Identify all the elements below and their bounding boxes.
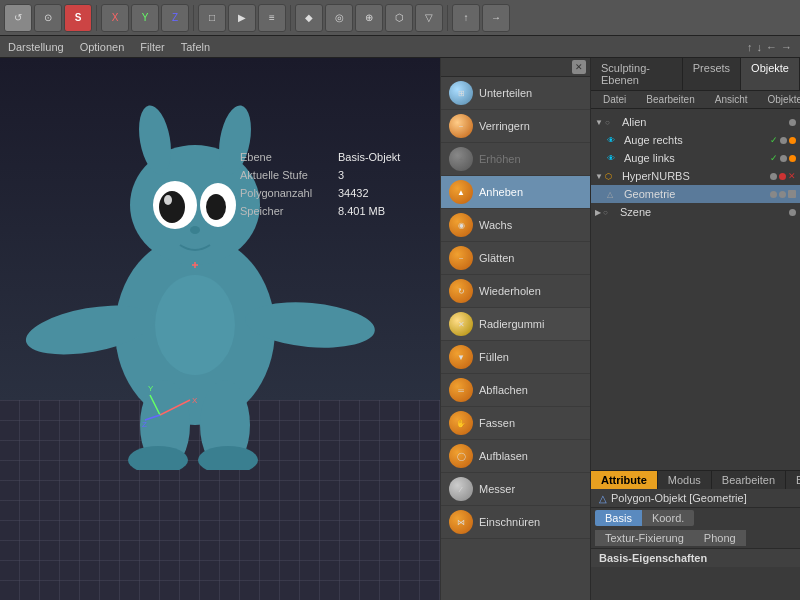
attr-object-name: △ Polygon-Objekt [Geometrie] [591,489,800,508]
toolbar-tri[interactable]: ▽ [415,4,443,32]
menu-optionen[interactable]: Optionen [80,41,125,53]
verringern-icon: − [449,114,473,138]
attr-tab-bearbeiten[interactable]: Bearbeiten [712,471,786,489]
toolbar-grid[interactable]: ≡ [258,4,286,32]
tools-panel-close[interactable]: ✕ [572,60,586,74]
tab-objekte[interactable]: Objekte [741,58,800,90]
toolbar-x[interactable]: X [101,4,129,32]
tab-presets[interactable]: Presets [683,58,741,90]
svg-point-8 [164,195,172,205]
tree-item-hypernurbs[interactable]: ▼ ⬡ HyperNURBS ✕ [591,167,800,185]
dot3 [789,137,796,144]
square-dot [788,190,796,198]
viewport[interactable]: Ebene Basis-Objekt Aktuelle Stufe 3 Poly… [0,58,440,600]
glatten-icon: ~ [449,246,473,270]
tree-item-alien[interactable]: ▼ ○ Alien [591,113,800,131]
svg-point-15 [155,275,235,375]
sub-datei[interactable]: Datei [595,93,634,106]
tool-abflachen[interactable]: ═ Abflachen [441,374,590,407]
attr-panel: Attribute Modus Bearbeiten Benutzer △ Po… [591,470,800,600]
coord-tab[interactable]: Koord. [642,510,694,526]
basis-tab[interactable]: Basis [595,510,642,526]
textur-tab[interactable]: Textur-Fixierung [595,530,694,546]
menu-tafeln[interactable]: Tafeln [181,41,210,53]
toolbar-circle[interactable]: ⊙ [34,4,62,32]
tool-fassen[interactable]: ✋ Fassen [441,407,590,440]
alien-dots [789,119,796,126]
toolbar-film[interactable]: ▶ [228,4,256,32]
menu-filter[interactable]: Filter [140,41,164,53]
phong-tab[interactable]: Phong [694,530,746,546]
sub-objekte2[interactable]: Objekte [760,93,800,106]
scene-tree: ▼ ○ Alien 👁 Auge rechts ✓ [591,109,800,470]
toolbar-s[interactable]: S [64,4,92,32]
poly-value: 34432 [338,184,369,202]
toolbar-y[interactable]: Y [131,4,159,32]
toolbar-target[interactable]: ⊕ [355,4,383,32]
stufe-label: Aktuelle Stufe [240,166,330,184]
menu-bar: Darstellung Optionen Filter Tafeln ↑↓←→ [0,36,800,58]
toolbar-undo[interactable]: ↺ [4,4,32,32]
tab-sculpting-ebenen[interactable]: Sculpting-Ebenen [591,58,683,90]
tree-item-szene[interactable]: ▶ ○ Szene [591,203,800,221]
menu-darstellung[interactable]: Darstellung [8,41,64,53]
svg-text:X: X [192,396,198,405]
svg-line-19 [160,400,190,415]
tree-item-auge-links[interactable]: 👁 Auge links ✓ [591,149,800,167]
auge-rechts-icon: 👁 [607,133,621,147]
tool-wachs[interactable]: ◉ Wachs [441,209,590,242]
toolbar-diamond[interactable]: ◆ [295,4,323,32]
tool-glatten[interactable]: ~ Glätten [441,242,590,275]
tool-radiergummi[interactable]: ✕ Radiergummi [441,308,590,341]
scene-panel: Sculpting-Ebenen Presets Objekte Datei B… [590,58,800,600]
sub-ansicht[interactable]: Ansicht [707,93,756,106]
svg-text:Z: Z [142,420,147,429]
scene-panel-tabs: Sculpting-Ebenen Presets Objekte [591,58,800,91]
attr-tab-benutzer[interactable]: Benutzer [786,471,800,489]
dot7 [779,173,786,180]
scene-submenu: Datei Bearbeiten Ansicht Objekte [591,91,800,109]
svg-line-20 [150,395,160,415]
svg-text:Y: Y [148,384,154,393]
tool-verringern[interactable]: − Verringern [441,110,590,143]
tool-einschnuren[interactable]: ⋈ Einschnüren [441,506,590,539]
alien-icon: ○ [605,115,619,129]
tool-wiederholen[interactable]: ↻ Wiederholen [441,275,590,308]
tool-messer[interactable]: ∕ Messer [441,473,590,506]
check-icon1: ✓ [770,135,778,145]
toolbar-up[interactable]: ↑ [452,4,480,32]
stufe-value: 3 [338,166,344,184]
tool-anheben[interactable]: ▲ Anheben [441,176,590,209]
object-name-text: Polygon-Objekt [Geometrie] [611,492,747,504]
tool-unterteilen-label: Unterteilen [479,87,532,99]
tool-fassen-label: Fassen [479,417,515,429]
toolbar-globe[interactable]: ◎ [325,4,353,32]
szene-dots [789,209,796,216]
sub-bearbeiten[interactable]: Bearbeiten [638,93,702,106]
szene-icon: ○ [603,205,617,219]
tool-radiergummi-label: Radiergummi [479,318,544,330]
viewport-arrows: ↑↓←→ [747,41,792,53]
geometrie-icon: △ [607,187,621,201]
fassen-icon: ✋ [449,411,473,435]
toolbar-hex[interactable]: ⬡ [385,4,413,32]
tree-item-geometrie[interactable]: △ Geometrie [591,185,800,203]
wachs-icon: ◉ [449,213,473,237]
tool-aufblasen[interactable]: ◯ Aufblasen [441,440,590,473]
dot5 [789,155,796,162]
tool-unterteilen[interactable]: ⊞ Unterteilen [441,77,590,110]
dot10 [789,209,796,216]
geometrie-label: Geometrie [624,188,770,200]
alien-dot1 [789,119,796,126]
toolbar-box[interactable]: □ [198,4,226,32]
tools-panel: ✕ ⊞ Unterteilen − Verringern + Erhöhen ▲… [440,58,590,600]
attr-tab-attribute[interactable]: Attribute [591,471,658,489]
toolbar-z[interactable]: Z [161,4,189,32]
tree-item-auge-rechts[interactable]: 👁 Auge rechts ✓ [591,131,800,149]
attr-tab-modus[interactable]: Modus [658,471,712,489]
toolbar-right[interactable]: → [482,4,510,32]
tool-fullen[interactable]: ▼ Füllen [441,341,590,374]
basis-eigenschaften: Basis-Eigenschaften [591,548,800,567]
fullen-icon: ▼ [449,345,473,369]
tool-erhohen[interactable]: + Erhöhen [441,143,590,176]
